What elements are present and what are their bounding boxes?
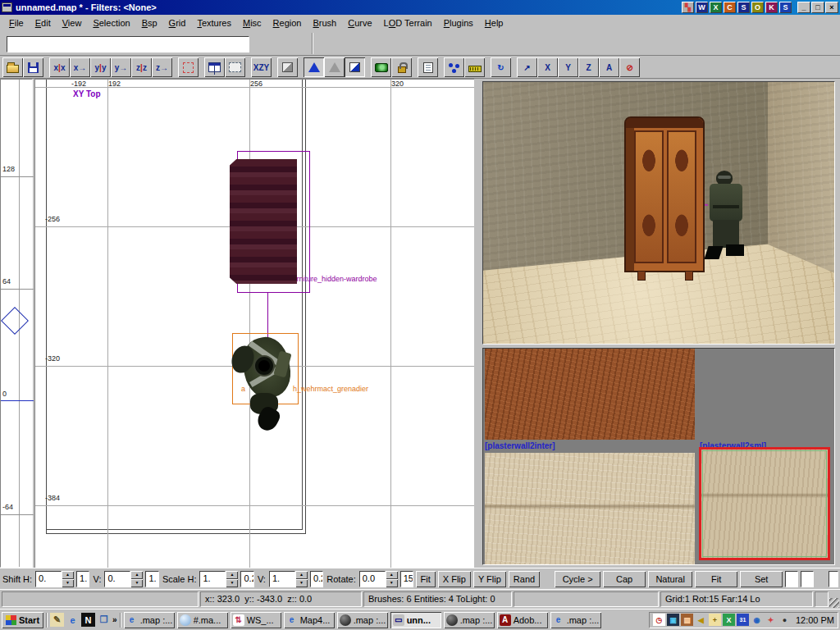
open-button[interactable] (2, 57, 23, 77)
minimize-button[interactable]: _ (797, 2, 810, 13)
rotate-spin-up[interactable]: ▲ (386, 571, 398, 579)
texture-plasterwall2inter-swatch[interactable] (485, 453, 695, 565)
rotate-spin-down[interactable]: ▼ (386, 579, 398, 587)
shift-v-spin-up[interactable]: ▲ (130, 571, 143, 579)
show-desktop-icon[interactable]: ✎ (50, 613, 64, 627)
shift-v-step[interactable]: 1. (145, 571, 158, 587)
resize-mode-button[interactable]: ↗ (517, 57, 537, 77)
lock-button[interactable] (391, 57, 412, 77)
menu-selection[interactable]: Selection (87, 16, 135, 30)
titlebar-sync-icon[interactable]: S (779, 2, 792, 13)
shift-h-spin-up[interactable]: ▲ (62, 571, 74, 579)
hide-selected-button[interactable]: ⊘ (619, 57, 640, 77)
cycle-button[interactable]: Cycle > (555, 571, 600, 587)
msn-icon[interactable]: X (723, 614, 735, 626)
scale-v-spin-up[interactable]: ▲ (295, 571, 308, 579)
task-ws-2[interactable]: ⇅WS_... (231, 612, 281, 628)
shift-h-step[interactable]: 1. (76, 571, 89, 587)
free-rotation-button[interactable]: ↻ (491, 57, 511, 77)
task-sphere-dark-4[interactable]: .map :... (337, 612, 388, 628)
titlebar-binder-icon[interactable]: S (737, 2, 750, 13)
maximize-button[interactable]: □ (811, 2, 824, 13)
axis-y-button[interactable]: Y (558, 57, 578, 77)
scale-v-spin-value[interactable]: 1. (269, 571, 295, 587)
display-icon[interactable]: ▣ (667, 614, 679, 626)
scheduler-icon[interactable]: ◷ (653, 614, 665, 626)
shift-v-spin-value[interactable]: 0. (104, 571, 130, 587)
rotate-step[interactable]: 15. (400, 571, 413, 587)
rotate-x-button[interactable]: x→ (70, 57, 90, 77)
close-button[interactable]: × (825, 2, 838, 13)
task-sphere-light-1[interactable]: #.ma... (177, 612, 228, 628)
rotate-spin-spinner[interactable]: ▲▼ (386, 571, 398, 587)
titlebar-word-icon[interactable]: W (696, 2, 708, 13)
task-ie-3[interactable]: eMap4... (284, 612, 335, 628)
rotate-spin-value[interactable]: 0.0 (359, 571, 386, 587)
rotate-z-button[interactable]: z→ (152, 57, 172, 77)
x-flip-button[interactable]: X Flip (438, 571, 471, 587)
natural-button[interactable]: Natural (648, 571, 692, 587)
axis-x-button[interactable]: X (537, 57, 558, 77)
menu-file[interactable]: File (3, 16, 30, 30)
entity-window-button[interactable] (204, 57, 225, 77)
task-ie-8[interactable]: e.map :... (550, 612, 601, 628)
free-rotate-button[interactable] (178, 57, 199, 77)
view-axis-toggle-button[interactable]: XZY (251, 57, 272, 77)
selection-window-button[interactable] (225, 57, 245, 77)
command-input[interactable] (7, 36, 249, 52)
titlebar-office-app-icon[interactable]: ▚ (682, 2, 694, 13)
scale-v-step[interactable]: 0.25 (310, 571, 323, 587)
image-view-button[interactable] (371, 57, 391, 77)
shift-v-spin-down[interactable]: ▼ (130, 579, 143, 587)
cone-add-button[interactable] (324, 57, 345, 77)
menu-bsp[interactable]: Bsp (136, 16, 163, 30)
scale-v-spin-spinner[interactable]: ▲▼ (295, 571, 308, 587)
extra-field-2[interactable] (801, 571, 814, 587)
texture-fill-button[interactable] (277, 57, 298, 77)
shift-h-spin[interactable]: 0.▲▼ (35, 571, 74, 587)
rotate-y-button[interactable]: y→ (111, 57, 131, 77)
scale-h-spin-spinner[interactable]: ▲▼ (226, 571, 238, 587)
camera-height-marker[interactable] (1, 307, 29, 335)
save-button[interactable] (23, 57, 43, 77)
updates-icon[interactable]: + (709, 614, 721, 626)
shift-h-spin-down[interactable]: ▼ (62, 579, 74, 587)
menu-region[interactable]: Region (267, 16, 308, 30)
flip-x-button[interactable]: x|x (49, 57, 70, 77)
measure-button[interactable] (464, 57, 485, 77)
menu-edit[interactable]: Edit (30, 16, 57, 30)
flip-z-button[interactable]: z|z (131, 57, 152, 77)
menu-brush[interactable]: Brush (307, 16, 342, 30)
shift-v-spin[interactable]: 0.▲▼ (104, 571, 143, 587)
overflow-chevron[interactable]: » (112, 615, 117, 624)
wardrobe-brush[interactable] (230, 159, 297, 284)
texture-plasterwall2sml-swatch-selected[interactable] (699, 447, 830, 560)
xy-top-viewport[interactable]: XY Top furniture_hidden-wardrobe a h_weh… (34, 79, 474, 568)
texture-browser[interactable]: [plasterwall2inter] [plasterwall2sml] (482, 348, 835, 565)
menu-curve[interactable]: Curve (342, 16, 377, 30)
wardrobe-model[interactable] (624, 116, 705, 272)
calendar-31-icon[interactable]: 31 (737, 614, 749, 626)
extra-field-3[interactable] (829, 571, 838, 587)
titlebar-access-icon[interactable]: K (765, 2, 778, 13)
camera-3d-viewport[interactable] (482, 81, 835, 345)
titlebar-clock-icon[interactable]: O (751, 2, 764, 13)
z-axis-ruler[interactable]: 128640-64 (0, 79, 33, 568)
fit2-button[interactable]: Fit (695, 571, 737, 587)
titlebar-excel-icon[interactable]: X (710, 2, 722, 13)
menu-view[interactable]: View (57, 16, 88, 30)
shift-h-spin-value[interactable]: 0. (35, 571, 62, 587)
scale-h-spin[interactable]: 1.▲▼ (199, 571, 238, 587)
task-sphere-dark-6[interactable]: .map :... (444, 612, 495, 628)
mixer-icon[interactable]: ▤ (681, 614, 693, 626)
y-flip-button[interactable]: Y Flip (473, 571, 506, 587)
rand-button[interactable]: Rand (509, 571, 540, 587)
shift-v-spin-spinner[interactable]: ▲▼ (130, 571, 143, 587)
scale-h-step[interactable]: 0.25 (240, 571, 253, 587)
menu-plugins[interactable]: Plugins (438, 16, 479, 30)
texture-rust-swatch[interactable] (485, 349, 695, 440)
fit-button[interactable]: Fit (416, 571, 436, 587)
flip-y-button[interactable]: y|y (90, 57, 111, 77)
resize-grip[interactable] (829, 598, 839, 608)
menu-misc[interactable]: Misc (237, 16, 267, 30)
